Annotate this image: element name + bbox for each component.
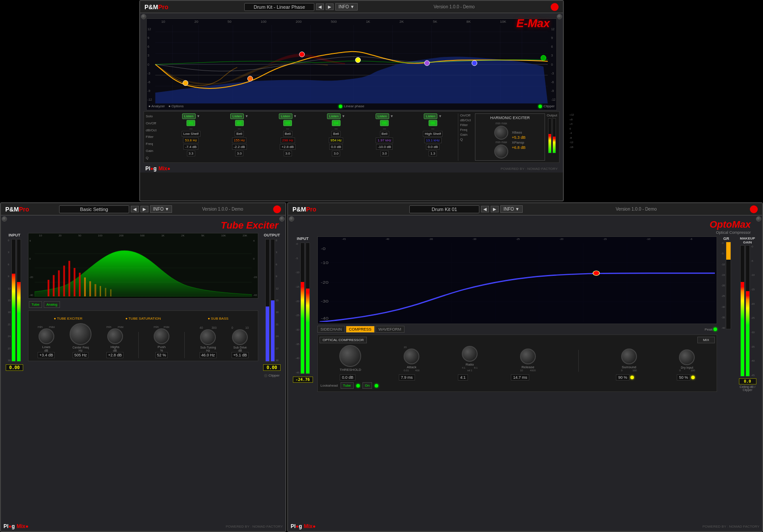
emax-eq-display[interactable]: 102050100200 5001K2K5K8K 10K20K 129630 -… xyxy=(146,18,557,110)
band5-freq: 1.97 kHz xyxy=(376,137,393,143)
emax-preset-name: Drum Kit - Linear Phase xyxy=(244,3,314,11)
harmonic-title: HARMONIC EXCITER xyxy=(477,116,543,120)
makeup-gain-label: MAKEUP GAIN xyxy=(735,236,759,244)
om-body: OptoMax Optical Compressor INPUT -0-5-10… xyxy=(288,215,762,531)
input-level-val: 0.0 dB xyxy=(340,374,355,381)
xbass-label: XBass xyxy=(512,130,525,134)
te-info-btn[interactable]: INFO ▼ xyxy=(150,205,172,213)
sub-drive-label: Sub Drive xyxy=(233,346,247,349)
linear-phase-toggle[interactable]: Linear phase xyxy=(339,104,364,108)
surround-knob[interactable] xyxy=(621,349,637,364)
xbass-knob[interactable] xyxy=(494,126,508,140)
om-logo: P&MPro xyxy=(292,206,316,213)
te-knob-row: minmax Lows dB +3.4 dB Center Freq Hz xyxy=(31,323,255,358)
emax-prev-btn[interactable]: ◀ xyxy=(316,4,324,10)
emax-info-btn[interactable]: INFO ▼ xyxy=(335,3,358,11)
band5-dot[interactable] xyxy=(425,60,430,66)
dry-input-knob[interactable] xyxy=(679,349,695,365)
band2-listen[interactable]: Listen xyxy=(230,113,244,119)
te-next-btn[interactable]: ▶ xyxy=(141,206,148,212)
compress-btn[interactable]: COMPRESS xyxy=(346,326,375,333)
push-knob[interactable] xyxy=(154,328,169,344)
analog-btn[interactable]: Analog xyxy=(44,301,60,308)
om-info-btn[interactable]: INFO ▼ xyxy=(500,205,523,213)
band1-dot[interactable] xyxy=(183,81,188,86)
om-power-btn[interactable] xyxy=(750,205,758,213)
te-output-val: 0.00 xyxy=(263,364,281,371)
band-cols: Listen ▼ 01 — Low Shelf 53.8 Hz -7.4 dB … xyxy=(168,113,456,161)
band6-dot[interactable] xyxy=(472,60,477,66)
highs-label: Highs xyxy=(110,345,119,349)
om-version: Version 1.0.0 - Demo xyxy=(615,207,657,211)
te-prev-btn[interactable]: ◀ xyxy=(131,206,139,212)
tube-mode-btn[interactable]: Tube xyxy=(341,382,354,389)
emax-next-btn[interactable]: ▶ xyxy=(326,4,334,10)
te-preset-name: Basic Setting xyxy=(59,205,129,213)
comp-dot[interactable] xyxy=(593,271,600,276)
svg-rect-27 xyxy=(74,268,75,296)
emax-power-btn[interactable] xyxy=(551,3,559,11)
makeup-bar-r xyxy=(745,245,750,377)
te-output-meters: 036912151821242730 xyxy=(265,239,279,362)
clipper-toggle[interactable]: Clipper xyxy=(538,104,555,108)
emax-version: Version 1.0.0 - Demo xyxy=(433,4,475,9)
xpansp-knob[interactable] xyxy=(494,144,508,159)
center-freq-knob[interactable] xyxy=(70,323,91,345)
band3-dot[interactable] xyxy=(299,52,305,57)
om-preset-name: Drum Kit 01 xyxy=(409,205,479,213)
svg-text:-20: -20 xyxy=(321,281,329,285)
band3-q: 3.0 xyxy=(284,151,292,156)
ratio-knob[interactable] xyxy=(462,346,478,362)
svg-rect-23 xyxy=(53,275,55,296)
band5-listen[interactable]: Listen xyxy=(376,113,389,119)
te-logo: P&MPro xyxy=(5,206,29,213)
emax-logo: P&MPro xyxy=(144,4,168,11)
sub-tuning-knob[interactable] xyxy=(200,329,216,345)
waveform-btn[interactable]: WAVEFORM xyxy=(376,326,404,333)
om-prev-btn[interactable]: ◀ xyxy=(481,206,489,212)
om-comp-graph[interactable]: -45 -40 -36 -30 -25 -20 -15 -10 -6 xyxy=(317,236,717,324)
threshold-knob[interactable] xyxy=(339,345,361,367)
lows-knob[interactable] xyxy=(39,328,54,344)
tube-btn[interactable]: Tube xyxy=(29,301,42,308)
band4-dot[interactable] xyxy=(355,57,361,63)
band4-gain: 0.0 dB xyxy=(329,144,343,150)
band3-listen[interactable]: Listen xyxy=(279,113,292,119)
te-output-area: OUTPUT 036912151821242730 0.00 xyxy=(261,233,283,508)
release-val: 14.7 ms xyxy=(511,374,529,381)
om-input-label: INPUT xyxy=(297,236,309,241)
on-mode-btn[interactable]: On xyxy=(362,382,373,389)
linear-phase-led xyxy=(339,105,342,108)
sub-tuning-value: 46.0 Hz xyxy=(200,352,217,358)
lows-value: +3.4 dB xyxy=(38,352,55,358)
te-power-btn[interactable] xyxy=(273,205,281,213)
sidechain-btn[interactable]: SIDECHAIN xyxy=(317,326,345,333)
optical-compressor-label: OPTICAL COMPRESSOR xyxy=(320,337,367,343)
xpansp-gain: +6.8 dB xyxy=(512,145,525,150)
om-comp-controls: OPTICAL COMPRESSOR MIX THRESHOLD xyxy=(317,335,717,392)
om-footer: Pl●g Mix● POWERED BY : NOMAD FACTORY xyxy=(291,523,759,529)
band6-freq: 13.1 kHz xyxy=(424,137,442,143)
om-next-btn[interactable]: ▶ xyxy=(491,206,499,212)
te-body: Tube Exciter INPUT 036912151821242730 xyxy=(1,215,285,531)
highs-knob[interactable] xyxy=(107,328,123,344)
band1-listen[interactable]: Listen xyxy=(182,113,196,119)
output-dot[interactable] xyxy=(541,55,546,60)
te-analyzer[interactable]: 10 20 50 100 200 500 1K 2K 5K 10K 20K xyxy=(28,233,258,299)
attack-knob[interactable] xyxy=(404,349,419,364)
band1-q: 3.3 xyxy=(187,151,195,156)
band4-listen[interactable]: Listen xyxy=(327,113,341,119)
release-knob[interactable] xyxy=(520,349,536,364)
attack-label: Attack xyxy=(407,365,416,369)
band6-listen[interactable]: Listen xyxy=(424,113,437,119)
band3-gain: +2.8 dB xyxy=(280,144,295,150)
center-freq-value: 505 Hz xyxy=(73,352,89,358)
band-sep xyxy=(458,113,458,161)
band6-filter: High Shelf xyxy=(423,131,443,137)
band-col-1: Listen ▼ 01 — Low Shelf 53.8 Hz -7.4 dB … xyxy=(168,113,214,161)
dry-input-label: Dry Input xyxy=(681,366,693,369)
om-values-row: 0.0 dB 7.9 ms 4:1 14.7 ms 90 % 50 % xyxy=(320,373,715,381)
ceiling-label: Ceiling dB / Clipper xyxy=(735,385,759,391)
sub-drive-knob[interactable] xyxy=(232,329,248,345)
band2-dot[interactable] xyxy=(248,76,253,81)
